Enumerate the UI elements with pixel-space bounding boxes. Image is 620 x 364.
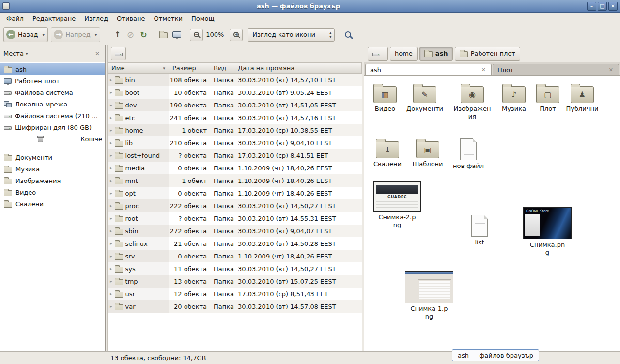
expander-icon[interactable] [110, 77, 112, 82]
file-name-cell[interactable]: selinux [108, 237, 169, 250]
sidebar-item[interactable]: Шифриран дял (80 GB) [0, 121, 105, 133]
menu-item[interactable]: Файл [2, 14, 28, 24]
table-row[interactable]: sbin 272 обекта Папка 30.03.2010 (вт) 9,… [108, 225, 362, 237]
sidebar-item[interactable]: Файлова система [0, 87, 105, 98]
file-name-cell[interactable]: bin [108, 74, 169, 86]
column-header-kind[interactable]: Вид [210, 62, 234, 74]
file-name-cell[interactable]: sbin [108, 225, 169, 237]
file-name-cell[interactable]: etc [108, 111, 169, 124]
view-mode-spinner-icon[interactable] [326, 29, 334, 41]
expander-icon[interactable] [110, 228, 112, 233]
expander-icon[interactable] [110, 140, 112, 145]
icon-view-item[interactable]: Публични [561, 82, 603, 113]
expander-icon[interactable] [110, 115, 112, 120]
tab-close-icon[interactable] [608, 67, 614, 73]
expander-icon[interactable] [110, 241, 112, 246]
table-row[interactable]: sys 11 обекта Папка 30.03.2010 (вт) 14,5… [108, 262, 362, 275]
expander-icon[interactable] [110, 153, 112, 158]
back-button[interactable]: Назад [3, 27, 48, 42]
icon-view-item[interactable]: Видео [364, 82, 406, 113]
expander-icon[interactable] [110, 216, 112, 221]
column-header-date[interactable]: Дата на промяна [234, 62, 362, 74]
table-row[interactable]: media 0 обекта Папка 1.10.2009 (чт) 18,4… [108, 162, 362, 174]
forward-history-dropdown-icon[interactable] [93, 32, 99, 37]
file-name-cell[interactable]: tmp [108, 275, 169, 288]
pathbar-button[interactable]: Работен плот [455, 47, 520, 61]
table-row[interactable]: proc 222 обекта Папка 30.03.2010 (вт) 14… [108, 199, 362, 212]
file-name-cell[interactable]: lost+found [108, 149, 169, 162]
up-button[interactable] [111, 28, 124, 41]
icon-canvas[interactable]: Видео Документи [364, 76, 620, 351]
icon-view-item[interactable]: Шаблони [407, 137, 449, 168]
view-mode-selector[interactable]: Изглед като икони [248, 28, 335, 42]
icon-view-item[interactable]: list [459, 214, 500, 246]
sidebar-item[interactable]: Видео [0, 186, 105, 198]
table-row[interactable]: etc 241 обекта Папка 30.03.2010 (вт) 14,… [108, 111, 362, 124]
file-name-cell[interactable]: root [108, 212, 169, 225]
sidebar-mode-dropdown-icon[interactable] [26, 51, 28, 56]
expander-icon[interactable] [110, 304, 112, 309]
table-row[interactable]: lost+found ? обекта Папка 17.03.2010 (ср… [108, 149, 362, 162]
pathbar-button[interactable] [368, 47, 388, 61]
table-row[interactable]: boot 10 обекта Папка 30.03.2010 (вт) 9,0… [108, 86, 362, 99]
expander-icon[interactable] [110, 103, 112, 107]
sidebar-item[interactable]: Документи [0, 152, 105, 163]
menu-item[interactable]: Изглед [80, 14, 112, 24]
minimize-icon[interactable] [587, 2, 596, 11]
file-name-cell[interactable]: sys [108, 262, 169, 275]
expander-icon[interactable] [110, 178, 112, 183]
expander-icon[interactable] [110, 254, 112, 258]
sidebar-item[interactable]: Кошче [0, 133, 105, 145]
sidebar-item[interactable]: ash [0, 63, 105, 75]
table-row[interactable]: srv 0 обекта Папка 1.10.2009 (чт) 18,40,… [108, 250, 362, 262]
maximize-icon[interactable] [598, 2, 607, 11]
pathbar-button[interactable]: ash [419, 47, 453, 61]
icon-view-item[interactable]: GUADEC Снимка-2.png [368, 181, 426, 229]
file-name-cell[interactable]: boot [108, 86, 169, 99]
table-row[interactable]: lib 210 обекта Папка 30.03.2010 (вт) 9,0… [108, 136, 362, 149]
table-row[interactable]: selinux 21 обекта Папка 30.03.2010 (вт) … [108, 237, 362, 250]
expander-icon[interactable] [110, 291, 112, 296]
expander-icon[interactable] [110, 203, 112, 208]
file-name-cell[interactable]: media [108, 162, 169, 174]
file-name-cell[interactable]: dev [108, 99, 169, 111]
file-name-cell[interactable]: usr [108, 288, 169, 300]
icon-view-item[interactable]: нов файл [448, 137, 489, 170]
sidebar-item[interactable]: Изображения [0, 175, 105, 186]
sidebar-item[interactable]: Музика [0, 163, 105, 175]
sidebar-item[interactable]: Свалени [0, 198, 105, 210]
expander-icon[interactable] [110, 90, 112, 95]
table-row[interactable]: home 1 обект Папка 17.03.2010 (ср) 10,38… [108, 124, 362, 136]
reload-button[interactable] [137, 28, 150, 41]
expander-icon[interactable] [110, 128, 112, 133]
home-button[interactable] [157, 28, 170, 41]
sidebar-item[interactable] [0, 145, 105, 152]
icon-view-item[interactable]: Документи [404, 82, 446, 113]
table-row[interactable]: root ? обекта Папка 30.03.2010 (вт) 14,5… [108, 212, 362, 225]
root-location-button[interactable] [111, 47, 126, 60]
stop-button[interactable] [124, 28, 137, 41]
expander-icon[interactable] [110, 266, 112, 271]
expander-icon[interactable] [110, 279, 112, 284]
file-name-cell[interactable]: proc [108, 199, 169, 212]
table-row[interactable]: dev 190 обекта Папка 30.03.2010 (вт) 14,… [108, 99, 362, 111]
table-row[interactable]: bin 108 обекта Папка 30.03.2010 (вт) 14,… [108, 74, 362, 86]
file-name-cell[interactable]: srv [108, 250, 169, 262]
expander-icon[interactable] [110, 191, 112, 196]
table-row[interactable]: tmp 13 обекта Папка 30.03.2010 (вт) 15,0… [108, 275, 362, 288]
menu-item[interactable]: Отметки [149, 14, 186, 24]
menu-item[interactable]: Помощ [187, 14, 219, 24]
forward-button[interactable]: Напред [51, 27, 100, 42]
table-row[interactable]: var 20 обекта Папка 30.03.2010 (вт) 14,5… [108, 300, 362, 313]
sidebar-item[interactable]: Локална мрежа [0, 98, 105, 110]
file-name-cell[interactable]: mnt [108, 174, 169, 187]
icon-view-item[interactable]: Изображения [451, 82, 493, 121]
icon-view-item[interactable]: Снимка-1.png [400, 271, 458, 321]
column-header-size[interactable]: Размер [169, 62, 210, 74]
back-history-dropdown-icon[interactable] [41, 32, 47, 37]
table-row[interactable]: opt 0 обекта Папка 1.10.2009 (чт) 18,40,… [108, 187, 362, 199]
zoom-out-button[interactable] [190, 29, 203, 41]
sidebar-item[interactable]: Файлова система (210 MB) [0, 110, 105, 121]
pathbar-button[interactable]: home [390, 47, 418, 61]
close-icon[interactable] [608, 2, 618, 11]
